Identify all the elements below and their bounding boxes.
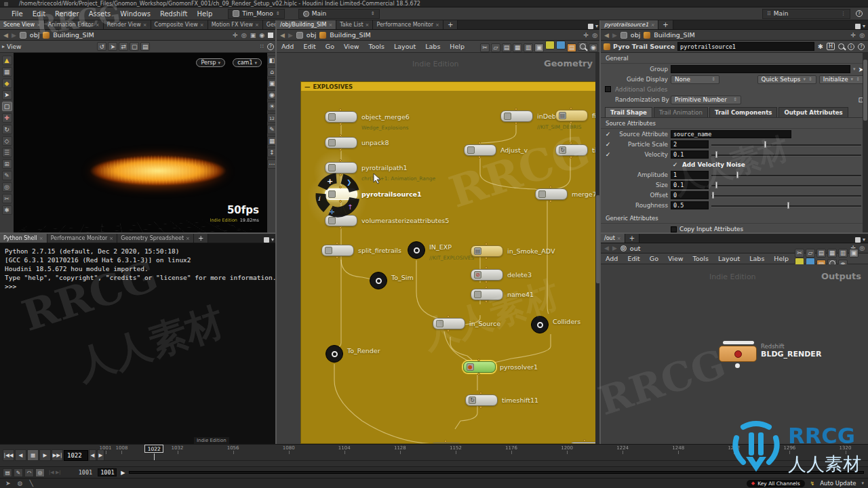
pin-icon[interactable]: ✛ <box>584 32 589 39</box>
param-value-field[interactable]: 0.1 <box>671 181 709 189</box>
param-checkbox[interactable]: ✓ <box>604 151 612 158</box>
menu-edit[interactable]: Edit <box>623 255 644 262</box>
param-slider[interactable] <box>711 181 864 189</box>
param-value-field[interactable]: 1 <box>671 171 709 179</box>
param-value-field[interactable]: 0.5 <box>671 201 709 209</box>
node-name41[interactable] <box>471 289 503 300</box>
geo-box-icon[interactable]: ◆ <box>2 79 12 88</box>
close-icon[interactable]: × <box>109 236 113 241</box>
box-select-icon[interactable]: ▢ <box>2 102 12 111</box>
folder-tab-trail-components[interactable]: Trail Components <box>709 107 777 117</box>
gear-tool-icon[interactable]: ✱ <box>2 205 12 215</box>
pane-menu-icon[interactable] <box>264 237 269 243</box>
back-icon[interactable]: ◀ <box>604 245 609 251</box>
persp-view-badge[interactable]: Persp▾ <box>196 58 225 67</box>
pivot-tool-icon[interactable]: ◎ <box>2 182 12 192</box>
key-all-channels-button[interactable]: ◆ Key All Channels <box>747 480 805 487</box>
initialize-button[interactable]: Initialize▾⇕ <box>819 75 864 84</box>
snap-options-icon[interactable]: ▤ <box>140 42 150 51</box>
range-start-label[interactable]: 1001 <box>61 469 92 476</box>
snapshot-icon[interactable]: ▣ <box>534 43 544 52</box>
tab-performance-monitor[interactable]: Performance Monitor× <box>373 20 443 29</box>
select-arrow-icon[interactable]: ➤ <box>2 90 12 100</box>
node-connector[interactable] <box>570 156 572 159</box>
node-Adjust_v[interactable] <box>464 144 496 156</box>
node-connector[interactable] <box>485 266 488 269</box>
menu-go[interactable]: Go <box>321 43 339 50</box>
breadcrumb-node[interactable]: Building_SIM <box>654 31 694 39</box>
node-in_Source[interactable] <box>433 318 465 329</box>
scale-tool-icon[interactable]: ◇ <box>2 136 12 146</box>
grid-snap-on-icon[interactable]: ▦ <box>513 43 522 52</box>
pane-menu-icon[interactable] <box>588 24 593 29</box>
desktop-selector[interactable]: ◎ Main ⇕ <box>298 9 380 19</box>
pane-divider[interactable] <box>275 20 277 444</box>
forward-icon[interactable]: ▶ <box>288 32 293 39</box>
node-connector[interactable] <box>485 281 488 283</box>
node-file1[interactable]: ▤ <box>555 110 588 121</box>
menu-redshift[interactable]: Redshift <box>155 10 193 18</box>
node-shape-icon[interactable]: ▱ <box>491 43 500 52</box>
breadcrumb-node[interactable]: Building_SIM <box>330 31 370 39</box>
folder-tab-output-attributes[interactable]: Output Attributes <box>778 107 848 117</box>
param-value-field[interactable]: 0 <box>671 191 709 199</box>
node-connector[interactable] <box>570 121 572 124</box>
menu-view[interactable]: View <box>663 255 688 262</box>
node-connector[interactable] <box>479 406 482 409</box>
list-view-icon[interactable]: ▤ <box>502 43 511 52</box>
grid-snap-off-icon[interactable]: ▥ <box>838 249 848 258</box>
menu-layout[interactable]: Layout <box>389 43 420 50</box>
breadcrumb-root[interactable]: obj <box>631 31 640 39</box>
tab-performance-monitor[interactable]: Performance Monitor× <box>47 234 118 243</box>
node-connector[interactable] <box>447 315 450 318</box>
help-icon[interactable]: ? <box>267 43 274 50</box>
pane-dropdown-icon[interactable]: ▾ <box>595 23 598 29</box>
color-palette-blue-icon[interactable] <box>556 41 566 49</box>
rotate-tool-icon[interactable]: ↻ <box>2 125 12 134</box>
quick-setups-button[interactable]: Quick Setups▾⇕ <box>757 75 816 84</box>
section-generic-attributes[interactable]: Generic Attributes <box>601 213 868 224</box>
gear-icon[interactable]: ✱ <box>818 43 823 50</box>
pane-divider[interactable] <box>0 232 275 234</box>
menu-go[interactable]: Go <box>645 255 663 262</box>
step-back-button[interactable]: ◀ <box>15 449 26 461</box>
node-connector[interactable] <box>478 142 481 144</box>
move-tool-icon[interactable]: ✚ <box>2 113 12 123</box>
node-output-connector[interactable] <box>735 363 740 368</box>
help-icon[interactable]: ? <box>856 10 863 17</box>
node-name-field[interactable]: pyrotrailsource1 <box>677 42 814 51</box>
shelf-set-selector[interactable]: Tim_Mono ⇕ <box>228 9 284 19</box>
stop-button[interactable]: ▦ <box>27 449 39 461</box>
param-checkbox[interactable]: ✓ <box>604 141 612 148</box>
menu-view[interactable]: View <box>339 43 364 50</box>
node-To_Sim[interactable] <box>370 272 387 289</box>
tab-geometry-spreadsheet[interactable]: Geometry Spreadsheet× <box>117 234 194 243</box>
menu-render[interactable]: Render <box>50 10 84 18</box>
node-connector[interactable] <box>515 122 517 125</box>
breadcrumb-root[interactable]: obj <box>307 31 316 39</box>
desktop-selector-right[interactable]: ⠿ Main ⋮ <box>762 9 850 19</box>
view-toolbar-label[interactable]: View <box>7 43 21 50</box>
node-IN_EXP[interactable] <box>408 241 425 259</box>
menu-tools[interactable]: Tools <box>364 43 389 50</box>
menu-edit[interactable]: Edit <box>28 10 50 18</box>
node-connector[interactable] <box>479 392 482 394</box>
jump-end-button[interactable]: ▶▶| <box>52 449 63 461</box>
color-palette-yellow-icon[interactable] <box>545 41 555 49</box>
play-button[interactable]: ▶ <box>39 449 51 461</box>
node-unpack8[interactable] <box>325 137 357 148</box>
jump-start-button[interactable]: |◀◀ <box>3 449 14 461</box>
close-icon[interactable]: × <box>435 22 439 28</box>
handles-icon[interactable]: ▢ <box>130 42 139 51</box>
node-connector[interactable] <box>339 123 342 125</box>
node-inDebris[interactable] <box>500 110 533 122</box>
node-connector[interactable] <box>549 200 552 203</box>
menu-help[interactable]: Help <box>445 43 469 50</box>
range-handle-icon[interactable]: ▶ <box>117 470 125 476</box>
node-pyrosolver1[interactable]: ● <box>463 361 496 373</box>
overview-eye-icon[interactable]: ◉ <box>589 43 598 52</box>
follow-playbar-icon[interactable]: ▤ <box>3 468 12 477</box>
menu-file[interactable]: File <box>7 10 28 18</box>
scissors-icon[interactable]: ✂ <box>480 43 490 52</box>
pane-divider[interactable] <box>601 232 868 234</box>
